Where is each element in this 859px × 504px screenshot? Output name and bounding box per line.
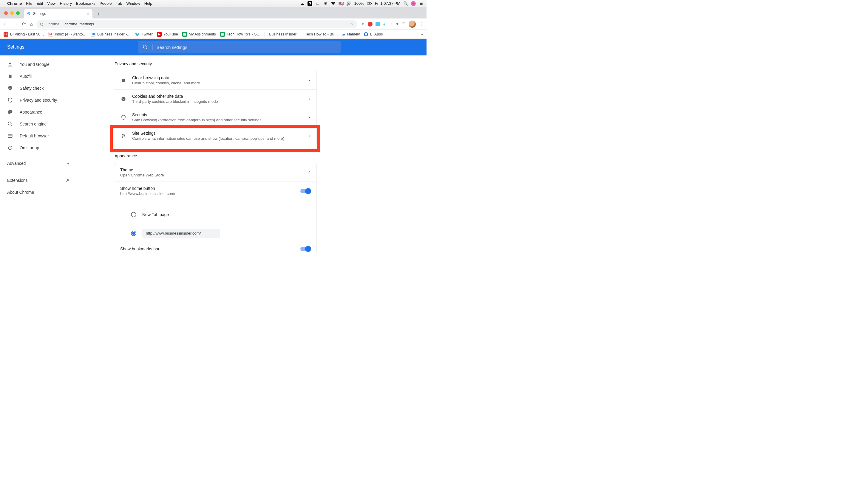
chevron-down-icon: ▾ [67, 161, 69, 166]
row-security[interactable]: SecuritySafe Browsing (protection from d… [114, 108, 316, 127]
url-scheme-label: Chrome [46, 22, 62, 26]
svg-point-19 [123, 99, 124, 100]
menu-help[interactable]: Help [145, 1, 152, 6]
appearance-card: ThemeOpen Chrome Web Store ↗ Show home b… [114, 163, 317, 252]
radio-custom-url[interactable] [131, 231, 136, 236]
flag-icon[interactable]: 🇺🇸 [338, 1, 343, 6]
show-bookmarks-toggle[interactable] [300, 247, 311, 251]
zoom-window-button[interactable] [16, 11, 20, 15]
bookmark-sheets-assignments[interactable]: ▦My Assignments [182, 32, 216, 37]
bookmark-tech-howto[interactable]: Tech How To - Bu… [305, 32, 338, 36]
section-title-privacy: Privacy and security [115, 61, 317, 66]
volume-icon[interactable]: 🔊 [346, 1, 351, 6]
minimize-window-button[interactable] [10, 11, 14, 15]
svg-point-17 [123, 98, 123, 99]
address-bar[interactable]: ◎ Chrome chrome://settings ☆ [36, 20, 357, 28]
shield-s-icon[interactable]: S [307, 1, 312, 6]
chrome-menu-icon[interactable]: ⋮ [419, 21, 423, 27]
profile-avatar[interactable] [409, 20, 416, 28]
sidebar-about-chrome[interactable]: About Chrome [0, 186, 76, 198]
bookmark-twitter[interactable]: 🐦Twitter [135, 32, 153, 37]
tab-close-icon[interactable]: ✕ [87, 12, 89, 16]
bookmark-bi-viking[interactable]: BIBI Viking - Last 50… [3, 32, 44, 37]
bookmark-business-insider[interactable]: Business Insider [269, 32, 297, 36]
search-input[interactable] [156, 45, 336, 50]
spotlight-icon[interactable]: 🔍 [403, 1, 408, 6]
cloud-icon[interactable]: ☁︎ [300, 1, 304, 6]
svg-rect-6 [10, 74, 11, 75]
new-tab-button[interactable]: ＋ [94, 10, 103, 18]
row-clear-browsing-data[interactable]: Clear browsing dataClear history, cookie… [114, 71, 316, 90]
ext-icon-4[interactable]: ♦ [383, 22, 385, 27]
menu-history[interactable]: History [60, 1, 72, 6]
sidebar-item-search-engine[interactable]: Search engine [0, 118, 76, 130]
menu-file[interactable]: File [26, 1, 32, 6]
shield-icon [7, 97, 13, 103]
show-home-toggle[interactable] [300, 189, 311, 193]
sidebar-extensions[interactable]: Extensions↗ [0, 174, 76, 186]
sidebar-item-label: On startup [20, 145, 39, 150]
browser-tab-settings[interactable]: ⚙ Settings ✕ [24, 9, 92, 18]
back-button[interactable]: ← [3, 21, 8, 27]
battery-icon[interactable] [367, 1, 372, 6]
menu-tab[interactable]: Tab [116, 1, 122, 6]
sidebar-item-label: Default browser [20, 133, 49, 138]
sidebar-advanced[interactable]: Advanced▾ [0, 157, 76, 169]
ext-icon-3[interactable] [376, 22, 380, 26]
sidebar-item-default-browser[interactable]: Default browser [0, 130, 76, 142]
svg-point-25 [122, 137, 123, 137]
sidebar-item-appearance[interactable]: Appearance [0, 106, 76, 118]
search-icon [7, 121, 13, 127]
menu-edit[interactable]: Edit [36, 1, 43, 6]
custom-home-url-field[interactable]: http://www.businessinsider.com/ [142, 229, 220, 238]
sidebar-item-on-startup[interactable]: On startup [0, 142, 76, 154]
sidebar-item-label: Privacy and security [20, 98, 57, 103]
reading-list-icon[interactable]: ☰ [402, 22, 406, 26]
person-icon [7, 62, 13, 67]
bookmark-calendar-bi[interactable]: 18Business Insider -… [91, 32, 131, 37]
bookmark-bi-apps[interactable]: BI Apps [364, 32, 383, 36]
menu-bookmarks[interactable]: Bookmarks [76, 1, 95, 6]
svg-line-3 [146, 48, 147, 49]
sidebar-item-you-and-google[interactable]: You and Google [0, 59, 76, 70]
menubar-clock[interactable]: Fri 1:07:37 PM [375, 1, 400, 6]
bookmark-gmail-inbox[interactable]: MInbox (4) - wanto… [48, 32, 87, 37]
settings-sidebar: You and Google Autofill Safety check Pri… [0, 56, 76, 252]
screen-icon[interactable]: ▭ [315, 1, 320, 6]
bookmarks-overflow-icon[interactable]: » [421, 32, 423, 36]
bookmark-sheets-howto[interactable]: ▦Tech How To's - G… [220, 32, 260, 37]
svg-point-2 [143, 45, 147, 48]
wifi-icon[interactable] [331, 1, 335, 6]
ext-icon-5[interactable]: ▢ [388, 22, 392, 27]
chevron-right-icon: ▸ [309, 97, 311, 101]
row-theme[interactable]: ThemeOpen Chrome Web Store ↗ [114, 163, 316, 182]
bookmark-namely[interactable]: ▰Namely [342, 32, 360, 37]
row-cookies[interactable]: Cookies and other site dataThird-party c… [114, 90, 316, 108]
row-site-settings[interactable]: Site SettingsControls what information s… [114, 127, 316, 145]
palette-icon [7, 109, 13, 115]
bookmark-star-icon[interactable]: ☆ [350, 22, 354, 26]
bookmarks-bar: BIBI Viking - Last 50… MInbox (4) - want… [0, 30, 426, 39]
menubar-app-name[interactable]: Chrome [7, 1, 22, 6]
site-info-icon[interactable]: ◎ [40, 22, 43, 26]
close-window-button[interactable] [4, 11, 8, 15]
ext-icon-1[interactable]: ✦ [361, 21, 365, 27]
window-controls [3, 11, 22, 18]
control-center-icon[interactable]: ☰ [419, 1, 423, 6]
bluetooth-icon[interactable]: ✳︎ [323, 1, 328, 6]
row-subtitle: Clear history, cookies, cache, and more [132, 81, 303, 85]
extensions-icon[interactable]: ✦ [395, 21, 399, 27]
sidebar-item-safety-check[interactable]: Safety check [0, 82, 76, 94]
reload-button[interactable]: ⟳ [22, 21, 26, 27]
sidebar-item-privacy[interactable]: Privacy and security [0, 94, 76, 106]
siri-icon[interactable] [411, 1, 416, 6]
ext-icon-2[interactable] [368, 22, 373, 27]
menu-view[interactable]: View [47, 1, 56, 6]
menu-people[interactable]: People [100, 1, 111, 6]
bookmark-youtube[interactable]: ▶YouTube [157, 32, 178, 37]
home-button[interactable]: ⌂ [30, 21, 33, 27]
radio-new-tab-page[interactable] [131, 212, 136, 217]
menu-window[interactable]: Window [126, 1, 140, 6]
sidebar-item-autofill[interactable]: Autofill [0, 70, 76, 82]
settings-search[interactable] [138, 41, 341, 53]
